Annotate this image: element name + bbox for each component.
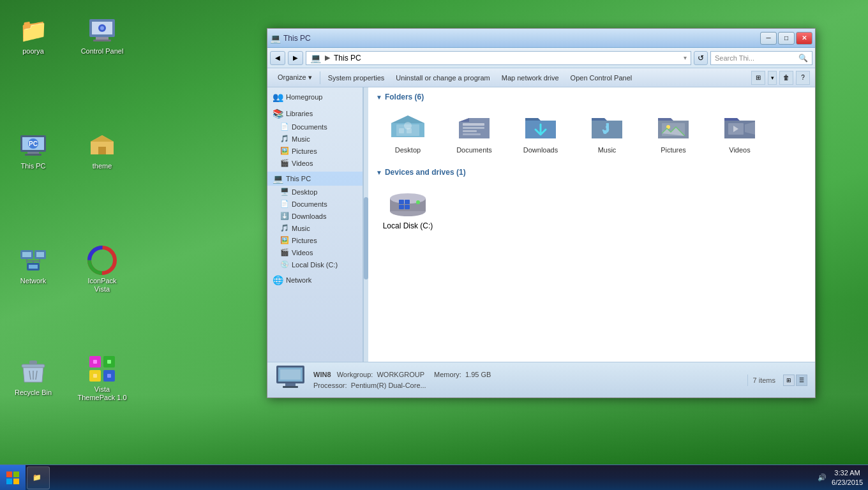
- svg-rect-64: [6, 471, 12, 477]
- sidebar-item-local-disk[interactable]: 💿 Local Disk (C:): [267, 258, 363, 271]
- sidebar: 👥 Homegroup 📚 Libraries 📄 Documents 🎵 Mu…: [267, 87, 363, 362]
- sidebar-item-videos2[interactable]: 🎬 Videos: [267, 246, 363, 258]
- local-disk-c-icon: [387, 186, 428, 221]
- desktop-icon-recycle-bin[interactable]: Recycle Bin: [8, 354, 59, 399]
- this-pc-label: This PC: [20, 162, 45, 170]
- view-controls: ⊞ ☰: [783, 375, 807, 386]
- search-field[interactable]: Search Thi... 🔍: [710, 51, 812, 65]
- close-button[interactable]: ✕: [796, 32, 812, 45]
- documents-folder-icon: [456, 110, 492, 146]
- svg-rect-26: [22, 364, 45, 368]
- taskbar-clock: 3:32 AM 6/23/2015: [832, 468, 863, 487]
- sidebar-container: 👥 Homegroup 📚 Libraries 📄 Documents 🎵 Mu…: [267, 87, 368, 362]
- title-bar: 💻 This PC ─ □ ✕: [267, 29, 815, 48]
- desktop-icon-this-pc[interactable]: PC This PC: [8, 128, 59, 173]
- address-field[interactable]: 💻 ▶ This PC ▾: [306, 51, 691, 65]
- recycle-bin-icon: [18, 357, 49, 387]
- folder-item-documents[interactable]: Documents: [442, 107, 506, 158]
- folder-item-videos[interactable]: Videos: [708, 107, 772, 158]
- sidebar-item-this-pc[interactable]: 💻 This PC: [267, 172, 363, 186]
- svg-rect-55: [405, 200, 410, 204]
- large-icons-view-button[interactable]: ⊞: [783, 375, 795, 386]
- recycle-bin-label: Recycle Bin: [15, 389, 52, 397]
- svg-rect-57: [405, 205, 410, 209]
- sidebar-item-documents[interactable]: 📄 Documents: [267, 121, 363, 133]
- svg-point-5: [100, 26, 104, 30]
- music-icon: 🎵: [280, 135, 289, 143]
- svg-rect-40: [463, 123, 484, 126]
- delete-button[interactable]: 🗑: [779, 71, 793, 85]
- pictures2-icon: 🖼️: [280, 236, 289, 244]
- back-button[interactable]: ◀: [270, 51, 285, 65]
- desktop-icon-vista-themepack[interactable]: Vista ThemePack 1.0: [73, 351, 131, 405]
- videos-label: Videos: [292, 160, 313, 167]
- music2-label: Music: [292, 225, 310, 232]
- desktop-icon-poorya[interactable]: 📁 poorya: [8, 13, 59, 58]
- sidebar-item-network[interactable]: 🌐 Network: [267, 273, 363, 287]
- sidebar-item-libraries[interactable]: 📚 Libraries: [267, 107, 363, 121]
- drive-item-c[interactable]: Local Disk (C:): [376, 182, 440, 234]
- sidebar-item-videos[interactable]: 🎬 Videos: [267, 157, 363, 169]
- network-icon: [18, 245, 49, 276]
- sidebar-item-pictures2[interactable]: 🖼️ Pictures: [267, 234, 363, 246]
- sidebar-item-downloads[interactable]: ⬇️ Downloads: [267, 210, 363, 222]
- svg-rect-9: [25, 154, 41, 156]
- open-control-panel-button[interactable]: Open Control Panel: [565, 71, 638, 85]
- speaker-icon[interactable]: 🔊: [818, 473, 827, 482]
- address-text: This PC: [334, 54, 361, 63]
- sidebar-item-music[interactable]: 🎵 Music: [267, 133, 363, 145]
- folders-section-header: ▼ Folders (6): [376, 93, 807, 101]
- status-info: WIN8 Workgroup: WORKGROUP Memory: 1.95 G…: [313, 369, 491, 390]
- system-properties-button[interactable]: System properties: [323, 71, 390, 85]
- toolbar-separator: [320, 71, 320, 84]
- clock-date: 6/23/2015: [832, 478, 863, 487]
- desktop-icon-iconpack[interactable]: IconPack Vista: [77, 242, 128, 296]
- view-toggle-button[interactable]: ⊞: [751, 71, 765, 85]
- libraries-label: Libraries: [286, 110, 313, 117]
- sidebar-item-homegroup[interactable]: 👥 Homegroup: [267, 90, 363, 104]
- folder-item-downloads[interactable]: Downloads: [509, 107, 572, 158]
- details-view-button[interactable]: ☰: [796, 375, 807, 386]
- sidebar-item-desktop[interactable]: 🖥️ Desktop: [267, 186, 363, 198]
- folder-item-pictures[interactable]: Pictures: [641, 107, 705, 158]
- memory-label: Memory:: [434, 371, 461, 378]
- forward-button[interactable]: ▶: [288, 51, 303, 65]
- start-button[interactable]: [0, 465, 26, 491]
- search-placeholder: Search Thi...: [715, 54, 754, 62]
- status-pc-icon: [275, 364, 306, 396]
- desktop-icon-theme[interactable]: theme: [77, 128, 128, 173]
- sidebar-item-documents2[interactable]: 📄 Documents: [267, 198, 363, 210]
- svg-rect-38: [399, 128, 404, 133]
- sidebar-scrollbar[interactable]: [363, 87, 368, 362]
- music2-icon: 🎵: [280, 224, 289, 232]
- svg-rect-3: [93, 40, 111, 41]
- poorya-label: poorya: [22, 47, 44, 56]
- uninstall-button[interactable]: Uninstall or change a program: [391, 71, 495, 85]
- svg-rect-61: [285, 383, 296, 386]
- sidebar-item-pictures[interactable]: 🖼️ Pictures: [267, 145, 363, 157]
- map-network-button[interactable]: Map network drive: [497, 71, 564, 85]
- downloads-label: Downloads: [292, 212, 326, 220]
- control-panel-icon: [87, 15, 117, 46]
- svg-rect-35: [107, 374, 111, 378]
- pictures-icon: 🖼️: [280, 147, 289, 155]
- organize-button[interactable]: Organize ▾: [273, 71, 317, 85]
- taskbar-explorer-button[interactable]: 📁: [27, 466, 50, 489]
- desktop-icon-control-panel[interactable]: Control Panel: [77, 13, 128, 58]
- folders-triangle: ▼: [376, 94, 382, 101]
- pictures-folder-icon: [655, 110, 691, 146]
- help-button[interactable]: ?: [796, 71, 810, 85]
- folder-item-music[interactable]: Music: [575, 107, 639, 158]
- local-disk-c-label: Local Disk (C:): [383, 221, 433, 230]
- videos-folder-icon: [722, 110, 758, 146]
- maximize-button[interactable]: □: [778, 32, 795, 45]
- view-dropdown-button[interactable]: ▾: [768, 71, 777, 85]
- svg-rect-42: [463, 130, 477, 132]
- minimize-button[interactable]: ─: [760, 32, 777, 45]
- desktop-icon-network[interactable]: Network: [8, 242, 59, 288]
- folder-item-desktop[interactable]: Desktop: [376, 107, 440, 158]
- documents-label: Documents: [292, 123, 327, 131]
- main-content: ▼ Folders (6): [368, 87, 815, 362]
- refresh-button[interactable]: ↺: [694, 51, 708, 65]
- sidebar-item-music2[interactable]: 🎵 Music: [267, 222, 363, 234]
